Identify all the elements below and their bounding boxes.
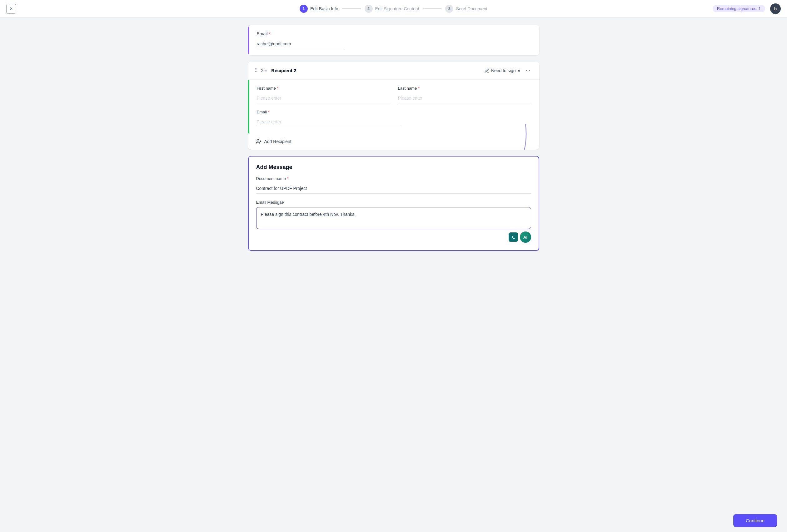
svg-point-0 [257, 139, 259, 142]
step-1: 1 Edit Basic Info [300, 5, 338, 13]
step-2-label: Edit Signature Content [375, 6, 419, 11]
continue-button[interactable]: Continue [733, 514, 777, 527]
header: × 1 Edit Basic Info 2 Edit Signature Con… [0, 0, 787, 18]
doc-name-label: Document name * [256, 176, 531, 181]
email-label-r1: Email * [257, 31, 532, 36]
doc-name-group: Document name * [256, 176, 531, 200]
step-3: 3 Send Document [445, 5, 487, 13]
email-value-r1: rachel@updf.com [257, 39, 344, 49]
add-recipient-label: Add Recipient [264, 139, 292, 144]
last-name-input[interactable] [398, 93, 532, 103]
ai-prompt-button[interactable] [509, 232, 518, 242]
add-message-title: Add Message [256, 164, 531, 171]
recipient-1-card: Email * rachel@updf.com [248, 25, 539, 55]
add-message-card: Add Message Document name * Email Messga… [248, 156, 539, 251]
recipient-2-num[interactable]: 2 ∨ [261, 68, 268, 73]
first-name-label: First name * [257, 86, 390, 91]
chevron-down-icon: ∨ [264, 68, 268, 73]
need-to-sign-label: Need to sign [491, 68, 516, 73]
step-2-number: 2 [365, 5, 373, 13]
recipient-2-body: First name * Last name * Email * [248, 80, 539, 133]
first-name-group: First name * [257, 86, 390, 103]
need-to-sign-dropdown[interactable]: Need to sign ∨ [482, 67, 523, 75]
steps-nav: 1 Edit Basic Info 2 Edit Signature Conte… [300, 5, 487, 13]
recipient-2-title: Recipient 2 [271, 68, 482, 73]
step-2: 2 Edit Signature Content [365, 5, 419, 13]
first-name-input[interactable] [257, 93, 390, 103]
remaining-badge: Remaining signatures: 1 [712, 5, 765, 12]
message-toolbar: AI [256, 232, 531, 243]
last-name-label: Last name * [398, 86, 532, 91]
close-button[interactable]: × [6, 4, 16, 14]
step-3-label: Send Document [456, 6, 487, 11]
recipient-2-card: ⠿ 2 ∨ Recipient 2 Need to sign ∨ ··· Fir… [248, 62, 539, 150]
recipient-1-body: Email * rachel@updf.com [248, 25, 539, 55]
email-group-r2: Email * [257, 110, 532, 127]
doc-name-input[interactable] [256, 184, 531, 194]
pen-icon [484, 68, 489, 73]
email-label-r2: Email * [257, 110, 532, 114]
step-3-number: 3 [445, 5, 453, 13]
email-message-group: AI [256, 207, 531, 243]
last-name-group: Last name * [398, 86, 532, 103]
add-recipient-row[interactable]: Add Recipient [248, 133, 539, 150]
need-to-sign-chevron: ∨ [517, 68, 520, 73]
step-connector-1 [342, 8, 361, 9]
email-input-r2[interactable] [257, 117, 401, 127]
recipient-2-header: ⠿ 2 ∨ Recipient 2 Need to sign ∨ ··· [248, 62, 539, 80]
avatar: h [770, 3, 781, 14]
step-1-label: Edit Basic Info [310, 6, 338, 11]
email-message-input[interactable] [256, 207, 531, 229]
main-content: Email * rachel@updf.com ⠿ 2 ∨ Recipient … [240, 18, 547, 276]
name-row: First name * Last name * [257, 86, 532, 103]
step-connector-2 [423, 8, 442, 9]
email-message-label: Email Messgae [256, 200, 531, 205]
more-options-button[interactable]: ··· [523, 66, 533, 75]
add-recipient-icon [256, 139, 262, 145]
footer: Continue [0, 509, 787, 532]
step-1-number: 1 [300, 5, 308, 13]
ai-badge[interactable]: AI [520, 232, 531, 243]
prompt-icon [511, 235, 515, 239]
drag-handle-icon[interactable]: ⠿ [254, 67, 258, 73]
